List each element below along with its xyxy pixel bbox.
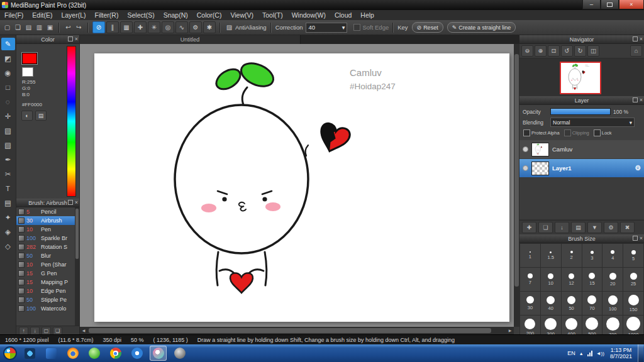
brush-item-edge-pen[interactable]: 10Edge Pen xyxy=(16,287,75,295)
menu-view[interactable]: View(V) xyxy=(226,10,258,20)
scrollbar-thumb[interactable] xyxy=(89,328,491,333)
rotate-right-icon[interactable]: ↻ xyxy=(574,45,586,57)
snap-settings-icon[interactable]: ⚙ xyxy=(189,21,202,33)
brush-item-airbrush[interactable]: 30Airbrush xyxy=(16,216,75,225)
publish-file-icon[interactable]: ▣ xyxy=(45,23,55,32)
brush-size-option[interactable]: 15 xyxy=(582,268,602,291)
lasso-select-tool[interactable]: ◌ xyxy=(1,96,15,108)
hue-bar[interactable] xyxy=(67,46,76,197)
close-button[interactable]: × xyxy=(619,0,644,9)
brush-size-option[interactable]: 1.5 xyxy=(541,244,561,267)
cross-snap-icon[interactable]: ✚ xyxy=(134,21,147,33)
brush-size-option[interactable]: 7 xyxy=(520,268,540,291)
circle-snap-icon[interactable]: ◎ xyxy=(162,21,174,33)
layer-visibility-toggle[interactable] xyxy=(523,165,528,171)
float-panel-icon[interactable] xyxy=(633,97,638,102)
menu-select[interactable]: Select(S) xyxy=(123,10,158,20)
tray-chevron-icon[interactable]: ▲ xyxy=(579,351,584,356)
brush-size-option[interactable]: 70 xyxy=(582,292,602,315)
brush-size-option[interactable]: 100 xyxy=(602,292,623,315)
shape-brush-tool[interactable]: ◈ xyxy=(1,226,15,238)
menu-snap[interactable]: Snap(N) xyxy=(159,10,192,20)
float-panel-icon[interactable] xyxy=(633,236,638,241)
menu-layer[interactable]: Layer(L) xyxy=(57,10,90,20)
brush-item-pen-sharp[interactable]: 10Pen (Shar xyxy=(16,260,75,269)
new-file-icon[interactable]: ▢ xyxy=(3,23,12,32)
add-layer-icon[interactable]: ✚ xyxy=(522,222,536,233)
fit-screen-icon[interactable]: ⊡ xyxy=(548,45,560,57)
export-file-icon[interactable]: ▥ xyxy=(35,23,44,32)
menu-filter[interactable]: Filter(R) xyxy=(91,10,123,20)
brush-item-gpen[interactable]: 15G Pen xyxy=(16,269,75,278)
undo-icon[interactable]: ↩ xyxy=(64,23,73,32)
color-wheel-icon[interactable]: ◐ xyxy=(21,111,33,121)
brush-item-stipple[interactable]: 50Stipple Pe xyxy=(16,295,75,304)
blur-tool[interactable]: ◉ xyxy=(1,67,15,79)
float-panel-icon[interactable] xyxy=(68,200,73,205)
soft-edge-checkbox[interactable] xyxy=(353,24,360,31)
brush-item-pen[interactable]: 10Pen xyxy=(16,225,75,234)
layer-settings-icon[interactable]: ⚙ xyxy=(604,222,618,233)
close-panel-icon[interactable]: × xyxy=(640,97,643,102)
scroll-right-icon[interactable]: ▶ xyxy=(506,327,514,334)
move-tool[interactable]: ✛ xyxy=(1,110,15,123)
brush-size-option[interactable]: 2 xyxy=(562,244,582,267)
color-sliders-icon[interactable]: ▤ xyxy=(35,111,47,121)
brush-size-option[interactable]: 50 xyxy=(562,292,582,315)
flip-view-icon[interactable]: ◫ xyxy=(587,45,599,57)
reset-view-icon[interactable]: ⌂ xyxy=(630,45,642,57)
coccoc-taskbar-icon[interactable] xyxy=(128,346,145,361)
menu-window[interactable]: Window(W) xyxy=(287,10,330,20)
medibang-taskbar-icon[interactable] xyxy=(150,346,167,361)
reset-button[interactable]: ⊘ Reset xyxy=(412,22,443,33)
layer-settings-gear-icon[interactable]: ⚙ xyxy=(635,164,641,172)
green-app-taskbar-icon[interactable] xyxy=(86,346,103,361)
clock[interactable]: 1:13 PM 8/7/2021 xyxy=(610,347,632,360)
menu-edit[interactable]: Edit(E) xyxy=(28,10,57,20)
canvas-tab-untitled[interactable]: Untitled xyxy=(80,35,301,44)
background-color-swatch[interactable] xyxy=(22,67,33,77)
canvas-horizontal-scrollbar[interactable]: ◀ ▶ xyxy=(80,327,514,334)
fill-tool[interactable]: ▨ xyxy=(1,124,15,137)
rotate-left-icon[interactable]: ↺ xyxy=(561,45,573,57)
chrome-taskbar-icon[interactable] xyxy=(107,346,124,361)
title-bar[interactable]: MediBang Paint Pro (32bit) – × xyxy=(0,0,644,10)
gradient-tool[interactable]: ▧ xyxy=(1,139,15,151)
protect-alpha-checkbox[interactable] xyxy=(523,129,530,136)
brush-item-pencil[interactable]: 5Pencil xyxy=(16,207,75,216)
foreground-color-swatch[interactable] xyxy=(22,53,37,64)
brush-list-scrollbar[interactable] xyxy=(75,207,79,326)
layer-row-layer1[interactable]: Layer1 ⚙ xyxy=(519,159,644,178)
save-file-icon[interactable]: ▤ xyxy=(24,23,33,32)
brush-item-blur[interactable]: 50Blur xyxy=(16,251,75,260)
scrollbar-thumb[interactable] xyxy=(75,209,79,259)
zoom-in-icon[interactable]: ⊕ xyxy=(535,45,547,57)
layer-row-camluv[interactable]: Camluv xyxy=(519,140,644,159)
blending-select[interactable]: Normal ▾ xyxy=(550,118,635,127)
select-pen-tool[interactable]: ✒ xyxy=(1,153,15,166)
redo-icon[interactable]: ↪ xyxy=(74,23,84,32)
layer-visibility-toggle[interactable] xyxy=(523,146,528,152)
brush-size-option[interactable]: 20 xyxy=(602,268,623,291)
brush-item-sparkle[interactable]: 100Sparkle Br xyxy=(16,234,75,243)
brush-size-option[interactable]: 25 xyxy=(623,268,643,291)
brush-item-rotation[interactable]: 282Rotation S xyxy=(16,243,75,251)
transfer-layer-icon[interactable]: ↓ xyxy=(555,222,569,233)
brush-size-option[interactable]: 12 xyxy=(562,268,582,291)
brush-size-option[interactable]: 1 xyxy=(520,244,540,267)
minimize-button[interactable]: – xyxy=(582,0,601,9)
close-panel-icon[interactable]: × xyxy=(640,36,643,41)
hand-tool[interactable]: ◇ xyxy=(1,240,15,253)
language-indicator[interactable]: EN xyxy=(567,350,575,356)
text-tool[interactable]: T xyxy=(1,182,15,195)
antialiasing-icon[interactable]: ▨ xyxy=(225,23,234,32)
curve-snap-icon[interactable]: ∿ xyxy=(175,21,188,33)
show-desktop-button[interactable] xyxy=(638,344,643,362)
canvas-vertical-scrollbar[interactable] xyxy=(514,44,519,327)
brush-size-option[interactable]: 30 xyxy=(520,292,540,315)
navigator-thumbnail[interactable] xyxy=(560,62,601,94)
grid-snap-icon[interactable]: ▦ xyxy=(120,21,133,33)
clipping-checkbox[interactable] xyxy=(564,129,571,136)
snap-more-icon[interactable]: ✱ xyxy=(203,21,216,33)
float-panel-icon[interactable] xyxy=(68,36,73,41)
